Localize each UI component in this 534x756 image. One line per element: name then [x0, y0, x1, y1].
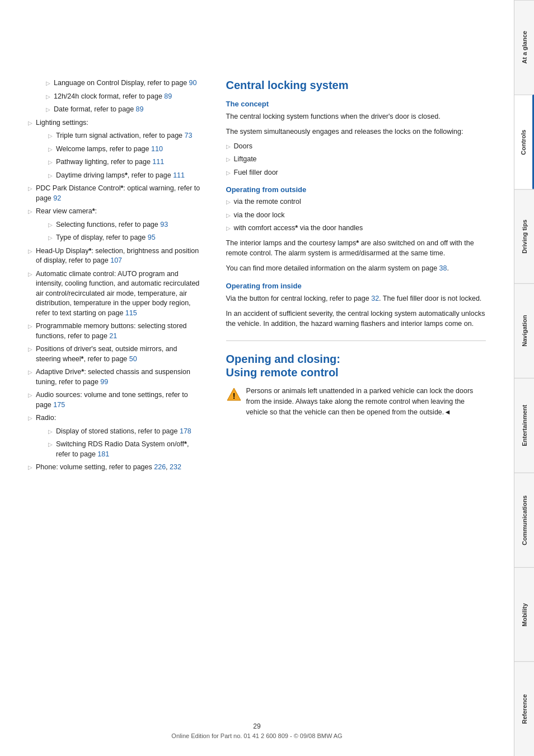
page-container: Language on Control Display, refer to pa…: [0, 0, 534, 756]
tab-entertainment[interactable]: Entertainment: [514, 378, 534, 473]
sub-list: Display of stored stations, refer to pag…: [39, 427, 204, 460]
tab-communications[interactable]: Communications: [514, 473, 534, 567]
list-arrow-icon: [28, 414, 32, 422]
page-link[interactable]: 178: [180, 427, 191, 435]
list-item: Daytime driving lamps*, refer to page 11…: [48, 171, 204, 181]
warning-box: ! Persons or animals left unattended in …: [226, 386, 486, 417]
list-item: Audio sources: volume and tone settings,…: [28, 390, 204, 410]
subsection-title-outside: Operating from outside: [226, 185, 486, 194]
page-link[interactable]: 89: [136, 105, 144, 113]
body-text: The central locking system functions whe…: [226, 111, 486, 122]
page-link[interactable]: 111: [152, 158, 164, 166]
sub-list: Triple turn signal activation, refer to …: [39, 131, 204, 180]
list-item: Fuel filler door: [226, 168, 486, 178]
main-content: Language on Control Display, refer to pa…: [0, 0, 514, 756]
page-link[interactable]: 111: [173, 171, 185, 179]
list-item: Welcome lamps, refer to page 110: [48, 144, 204, 155]
sub-list: Selecting functions, refer to page 93 Ty…: [39, 220, 204, 243]
page-link[interactable]: 38: [439, 264, 447, 272]
list-item: Date format, refer to page 89: [46, 105, 204, 115]
list-arrow-icon: [48, 158, 53, 166]
list-item: Head-Up Display*: selection, brightness …: [28, 246, 204, 266]
warning-icon: !: [226, 387, 242, 403]
list-arrow-icon: [28, 463, 32, 472]
right-column: Central locking system The concept The c…: [221, 11, 486, 734]
page-link[interactable]: 181: [97, 450, 109, 458]
list-item: Doors: [226, 142, 486, 152]
right-tabs: At a glance Controls Driving tips Naviga…: [514, 0, 534, 756]
list-item: via the remote control: [226, 197, 486, 207]
tab-mobility[interactable]: Mobility: [514, 567, 534, 662]
page-link[interactable]: 50: [129, 355, 137, 363]
list-item: Display of stored stations, refer to pag…: [48, 427, 204, 437]
page-link[interactable]: 99: [100, 378, 108, 386]
list-arrow-icon: [46, 92, 50, 101]
list-arrow-icon: [48, 221, 53, 229]
list-item: Phone: volume setting, refer to pages 22…: [28, 463, 204, 473]
list-arrow-icon: [28, 368, 32, 376]
tab-navigation[interactable]: Navigation: [514, 283, 534, 378]
list-arrow-icon: [48, 171, 53, 180]
list-item: Triple turn signal activation, refer to …: [48, 131, 204, 141]
page-link[interactable]: 95: [148, 234, 156, 241]
svg-text:!: !: [232, 391, 235, 400]
list-item: Pathway lighting, refer to page 111: [48, 157, 204, 167]
tab-controls[interactable]: Controls: [514, 95, 534, 189]
list-arrow-icon: [28, 247, 32, 255]
page-link[interactable]: 21: [109, 332, 117, 340]
page-link[interactable]: 232: [170, 463, 181, 471]
page-link[interactable]: 175: [53, 401, 65, 409]
page-link[interactable]: 226: [154, 463, 166, 471]
list-arrow-icon: [226, 224, 231, 232]
tab-driving-tips[interactable]: Driving tips: [514, 189, 534, 284]
page-link[interactable]: 107: [110, 256, 122, 264]
warning-text: Persons or animals left unattended in a …: [246, 386, 486, 417]
list-item: Switching RDS Radio Data System on/off*,…: [48, 440, 204, 459]
list-item: Language on Control Display, refer to pa…: [46, 78, 204, 88]
list-item: Positions of driver's seat, outside mirr…: [28, 344, 204, 364]
body-text: In an accident of sufficient severity, t…: [226, 309, 486, 330]
page-number: 29: [0, 722, 514, 730]
list-arrow-icon: [48, 440, 53, 449]
left-column: Language on Control Display, refer to pa…: [28, 11, 221, 734]
tab-reference[interactable]: Reference: [514, 661, 534, 756]
list-arrow-icon: [226, 169, 231, 177]
list-arrow-icon: [48, 145, 53, 153]
list-item: Rear view camera*:: [28, 207, 204, 217]
body-text: The system simultaneously engages and re…: [226, 127, 486, 137]
list-item: via the door lock: [226, 211, 486, 221]
page-link[interactable]: 110: [151, 145, 163, 153]
tab-at-a-glance[interactable]: At a glance: [514, 0, 534, 95]
page-link[interactable]: 89: [164, 92, 172, 100]
page-link[interactable]: 115: [125, 309, 137, 317]
list-arrow-icon: [28, 184, 32, 193]
copyright-text: Online Edition for Part no. 01 41 2 600 …: [0, 732, 514, 739]
list-arrow-icon: [48, 427, 53, 436]
subsection-title-inside: Operating from inside: [226, 282, 486, 290]
list-arrow-icon: [46, 79, 50, 87]
list-item: Liftgate: [226, 155, 486, 165]
list-item: PDC Park Distance Control*: optical warn…: [28, 184, 204, 203]
list-item: 12h/24h clock format, refer to page 89: [46, 92, 204, 102]
footer: 29 Online Edition for Part no. 01 41 2 6…: [0, 722, 514, 739]
list-arrow-icon: [28, 322, 32, 330]
list-item: Type of display, refer to page 95: [48, 233, 204, 243]
page-link[interactable]: 93: [160, 221, 168, 228]
list-arrow-icon: [48, 234, 53, 242]
list-arrow-icon: [226, 211, 231, 220]
body-text: Via the button for central locking, refe…: [226, 293, 486, 304]
page-link[interactable]: 32: [371, 295, 379, 302]
list-arrow-icon: [46, 105, 50, 114]
list-arrow-icon: [28, 119, 32, 127]
page-link[interactable]: 90: [189, 79, 197, 87]
list-item: Programmable memory buttons: selecting s…: [28, 321, 204, 341]
list-arrow-icon: [28, 391, 32, 399]
page-link[interactable]: 73: [185, 132, 193, 139]
list-item: with comfort access* via the door handle…: [226, 223, 486, 234]
second-section-title: Opening and closing:Using remote control: [226, 352, 486, 379]
list-arrow-icon: [28, 207, 32, 216]
page-link[interactable]: 92: [53, 194, 61, 202]
list-item: Automatic climate control: AUTO program …: [28, 269, 204, 319]
body-text: You can find more detailed information o…: [226, 263, 486, 274]
list-arrow-icon: [28, 270, 32, 278]
